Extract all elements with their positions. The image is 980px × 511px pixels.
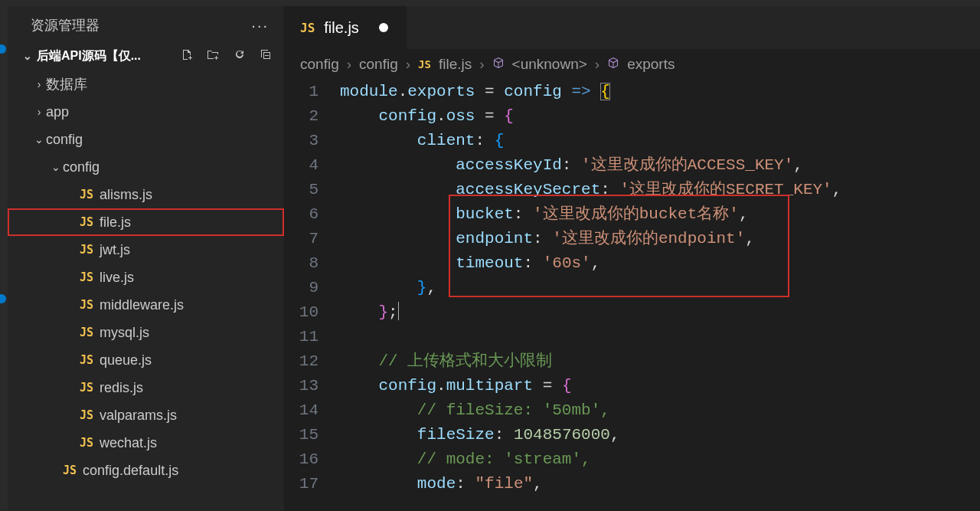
cube-icon: [607, 57, 619, 72]
file-tree: ›数据库›app⌄config⌄configJSalisms.jsJSfile.…: [8, 67, 284, 484]
chevron-down-icon: ⌄: [23, 50, 32, 62]
js-icon: JS: [80, 298, 93, 312]
file-name: jwt.js: [100, 242, 130, 258]
file-item[interactable]: JSlive.js: [8, 264, 284, 291]
code-token: oss: [446, 107, 475, 125]
tab-label: file.js: [324, 19, 359, 37]
file-name: middleware.js: [100, 297, 184, 313]
file-name: live.js: [100, 270, 134, 286]
file-item[interactable]: JSwechat.js: [8, 429, 284, 457]
js-icon: JS: [80, 381, 93, 395]
code-token: client: [417, 132, 475, 149]
project-name: 后端API源码【仅...: [37, 48, 170, 64]
dirty-indicator-icon: [379, 23, 388, 32]
file-name: mysql.js: [100, 325, 149, 341]
chevron-right-icon: ›: [347, 56, 351, 73]
cube-icon: [492, 57, 505, 72]
file-item[interactable]: JSmiddleware.js: [8, 291, 284, 319]
code-lines[interactable]: module.exports = config => { config.oss …: [340, 80, 841, 511]
collapse-icon[interactable]: [260, 50, 272, 63]
js-icon: JS: [80, 436, 93, 450]
project-actions: [170, 48, 272, 64]
code-token: // mode: 'stream',: [417, 450, 591, 468]
editor: JS file.js config › config › JS file.js …: [285, 6, 980, 511]
breadcrumb-item[interactable]: file.js: [439, 56, 472, 73]
folder-name: config: [63, 159, 100, 175]
code-token: exports: [407, 83, 475, 100]
folder-item[interactable]: ⌄config: [8, 153, 284, 181]
code-token: '这里改成你的SECRET_KEY': [619, 181, 831, 198]
title-bar: [0, 0, 980, 6]
activity-indicator: [0, 294, 6, 303]
code-token: accessKeySecret: [456, 181, 600, 198]
chevron-right-icon: ›: [32, 106, 46, 118]
chevron-right-icon: ›: [479, 56, 484, 73]
js-icon: JS: [80, 326, 93, 339]
file-item[interactable]: JSalisms.js: [8, 181, 284, 208]
file-item[interactable]: JSqueue.js: [8, 346, 284, 374]
folder-item[interactable]: ›app: [8, 98, 284, 126]
code-area[interactable]: 1234567891011121314151617 module.exports…: [285, 80, 980, 511]
breadcrumb-item[interactable]: <unknown>: [512, 56, 587, 73]
tab-file-js[interactable]: JS file.js: [285, 6, 407, 49]
file-item[interactable]: JSjwt.js: [8, 236, 284, 264]
code-token: bucket: [456, 205, 514, 223]
file-item[interactable]: JSredis.js: [8, 374, 284, 401]
code-token: '这里改成你的endpoint': [552, 230, 745, 247]
folder-name: 数据库: [46, 75, 87, 93]
file-name: alisms.js: [100, 187, 152, 203]
line-number-gutter: 1234567891011121314151617: [285, 80, 340, 511]
folder-item[interactable]: ⌄config: [8, 126, 284, 153]
file-item[interactable]: JSvalparams.js: [8, 401, 284, 429]
file-name: queue.js: [100, 352, 152, 369]
new-file-icon[interactable]: [181, 50, 196, 63]
file-name: wechat.js: [100, 435, 157, 451]
refresh-icon[interactable]: [234, 50, 249, 63]
file-item[interactable]: JSmysql.js: [8, 319, 284, 346]
tab-bar: JS file.js: [285, 6, 980, 49]
file-item[interactable]: JSconfig.default.js: [8, 457, 284, 484]
code-token: module: [340, 83, 398, 100]
more-icon[interactable]: ···: [251, 17, 269, 34]
code-token: config: [378, 107, 436, 125]
code-token: config: [378, 377, 436, 395]
folder-item[interactable]: ›数据库: [8, 70, 284, 98]
new-folder-icon[interactable]: [207, 50, 222, 63]
code-token: '60s': [543, 254, 591, 272]
breadcrumb-item[interactable]: config: [300, 56, 339, 73]
code-token: fileSize: [417, 426, 495, 444]
js-icon: JS: [80, 270, 93, 284]
js-icon: JS: [80, 353, 93, 367]
file-name: file.js: [100, 215, 131, 231]
sidebar-header: 资源管理器 ···: [8, 6, 284, 44]
project-header[interactable]: ⌄ 后端API源码【仅...: [8, 44, 284, 67]
code-token: mode: [417, 475, 456, 493]
activity-bar: [0, 6, 8, 511]
js-icon: JS: [80, 188, 93, 201]
js-icon: JS: [300, 21, 315, 35]
js-icon: JS: [63, 464, 77, 477]
breadcrumbs[interactable]: config › config › JS file.js › <unknown>…: [285, 49, 980, 80]
chevron-down-icon: ⌄: [49, 161, 63, 173]
js-icon: JS: [80, 243, 93, 257]
breadcrumb-item[interactable]: exports: [627, 56, 675, 73]
sidebar: 资源管理器 ··· ⌄ 后端API源码【仅... ›数据库›ap: [8, 6, 285, 511]
breadcrumb-item[interactable]: config: [359, 56, 398, 73]
js-icon: JS: [80, 215, 93, 229]
file-name: valparams.js: [100, 408, 177, 424]
cursor: [398, 302, 399, 320]
sidebar-title: 资源管理器: [31, 16, 100, 34]
code-token: "file": [475, 475, 533, 493]
js-icon: JS: [80, 408, 93, 422]
code-token: config: [504, 83, 562, 100]
code-token: endpoint: [456, 230, 533, 247]
code-token: multipart: [446, 377, 533, 395]
file-item[interactable]: JSfile.js: [8, 208, 284, 236]
code-token: '这里改成你的bucket名称': [533, 205, 739, 223]
file-name: config.default.js: [83, 463, 178, 479]
js-icon: JS: [418, 58, 431, 70]
folder-name: app: [46, 104, 69, 120]
code-token: // 上传格式和大小限制: [378, 352, 552, 370]
folder-name: config: [46, 132, 83, 148]
file-name: redis.js: [100, 380, 143, 396]
